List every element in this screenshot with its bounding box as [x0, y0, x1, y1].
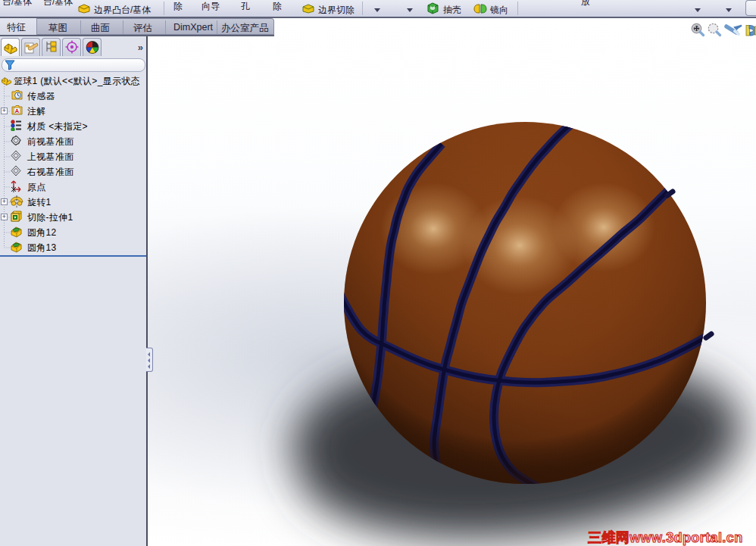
svg-text:A: A	[14, 108, 19, 114]
